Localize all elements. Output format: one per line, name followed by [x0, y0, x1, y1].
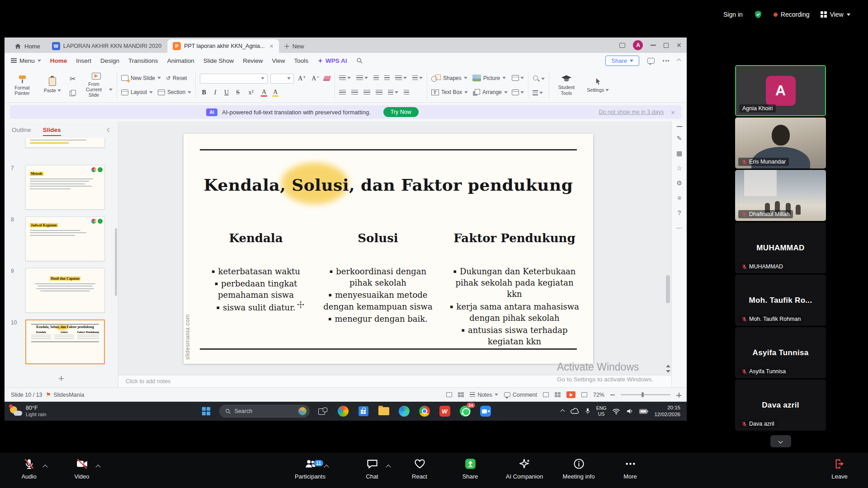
store-app-button[interactable]: [356, 404, 371, 418]
chrome-button[interactable]: [417, 404, 432, 418]
align-center-button[interactable]: [351, 90, 358, 95]
slide-8-thumbnail[interactable]: Jadwal Kegiatan: [25, 216, 105, 261]
zoom-slider[interactable]: [621, 394, 670, 395]
close-window-icon[interactable]: ×: [676, 41, 681, 49]
close-tab-icon[interactable]: ×: [269, 43, 273, 49]
increase-indent-button[interactable]: [384, 75, 390, 80]
font-size-select[interactable]: [270, 74, 294, 84]
volume-icon[interactable]: [626, 408, 633, 414]
participant-tile-dhafiratul[interactable]: Dhafiratul Millah: [735, 170, 826, 221]
sign-in-button[interactable]: Sign in: [723, 11, 743, 18]
account-avatar[interactable]: A: [633, 40, 643, 50]
language-indicator[interactable]: ENG US: [596, 405, 607, 417]
slides-tab[interactable]: Slides: [43, 127, 61, 136]
participant-tile-eris[interactable]: Eris Munandar: [735, 117, 826, 169]
encryption-shield-button[interactable]: [754, 10, 763, 19]
minimize-icon[interactable]: [651, 45, 656, 46]
layout-tool-icon[interactable]: ▦: [676, 150, 682, 157]
text-box-button[interactable]: Text Box: [431, 89, 468, 95]
wps-ai-button[interactable]: WPS AI: [317, 57, 347, 64]
decrease-indent-button[interactable]: [373, 75, 379, 80]
fullscreen-icon[interactable]: [581, 392, 587, 397]
participant-tile-agnia[interactable]: A Agnia Khoiri: [735, 65, 826, 116]
onedrive-cloud-icon[interactable]: [570, 408, 579, 414]
underline-button[interactable]: U: [222, 89, 231, 96]
weather-widget[interactable]: 80°F Light rain: [5, 405, 46, 417]
decrease-font-button[interactable]: A⁻: [310, 75, 321, 82]
slide-canvas[interactable]: Kendala, Solusi, dan Faktor pendukung Ke…: [118, 122, 671, 375]
tab-animation[interactable]: Animation: [167, 57, 194, 64]
audio-button[interactable]: Audio: [7, 458, 51, 480]
zoom-slider-handle[interactable]: [642, 392, 644, 397]
collapse-ribbon-icon[interactable]: [677, 58, 681, 63]
presenter-view-icon[interactable]: [446, 392, 452, 397]
notes-toggle-button[interactable]: Notes: [470, 392, 498, 398]
clear-format-button[interactable]: [324, 76, 330, 81]
tab-slide-show[interactable]: Slide Show: [203, 57, 234, 64]
wps-home-tab[interactable]: Home: [8, 39, 47, 53]
tab-tools[interactable]: Tools: [294, 57, 309, 64]
help-tool-icon[interactable]: ?: [678, 209, 681, 216]
line-spacing-button[interactable]: [395, 75, 407, 80]
more-button[interactable]: More: [609, 458, 652, 480]
task-view-button[interactable]: [316, 404, 330, 418]
photos-app-button[interactable]: [336, 404, 350, 418]
try-now-button[interactable]: Try Now: [383, 107, 419, 117]
select-button[interactable]: [533, 90, 545, 95]
panel-scrollbar[interactable]: [115, 228, 117, 296]
font-family-select[interactable]: [200, 74, 268, 84]
comment-icon[interactable]: [647, 58, 655, 64]
slide-sorter-icon[interactable]: [555, 392, 561, 397]
tab-insert[interactable]: Insert: [76, 57, 91, 64]
participants-options-caret[interactable]: [324, 465, 329, 469]
layout-button[interactable]: Layout: [121, 89, 153, 95]
more-options-icon[interactable]: [663, 60, 669, 61]
slideshow-play-button[interactable]: [566, 391, 576, 398]
settings-tool-icon[interactable]: ⚙: [676, 179, 682, 187]
search-icon[interactable]: [356, 57, 363, 64]
align-left-button[interactable]: [339, 90, 346, 95]
faktor-pendukung-column[interactable]: Faktor Pendukung ▪Dukungan dan Keterbuka…: [447, 231, 582, 348]
whatsapp-button[interactable]: 24: [458, 404, 472, 418]
new-slide-button[interactable]: New Slide: [121, 75, 161, 81]
clock-widget[interactable]: 20:15 12/02/2026: [654, 404, 680, 418]
microphone-tray-icon[interactable]: [585, 408, 590, 415]
slide-title[interactable]: Kendala, Solusi, dan Faktor pendukung: [184, 175, 593, 194]
tab-view[interactable]: View: [272, 57, 285, 64]
meeting-info-button[interactable]: Meeting info: [557, 458, 600, 480]
solusi-column[interactable]: Solusi ▪berkoordinasi dengan pihak sekol…: [318, 231, 438, 325]
participant-tile-asyifa[interactable]: Asyifa Tunnisa Asyifa Tunnisa: [735, 327, 826, 378]
battery-icon[interactable]: [639, 409, 648, 414]
participants-button[interactable]: 11 Participants: [288, 458, 332, 480]
share-screen-button[interactable]: Share: [448, 458, 492, 480]
numbering-button[interactable]: [356, 75, 368, 80]
template-brand[interactable]: ⚑ SlidesMania: [46, 391, 85, 398]
document-tab-ppt-active[interactable]: P PPT laporan akhir KKN_Agnia... ×: [167, 39, 279, 53]
layout-grid-icon[interactable]: [458, 392, 464, 397]
normal-view-icon[interactable]: [543, 392, 549, 397]
italic-button[interactable]: I: [211, 89, 219, 96]
participant-tile-dava[interactable]: Dava azril Dava azril: [735, 380, 826, 431]
bold-button[interactable]: B: [200, 89, 208, 96]
paste-button[interactable]: Paste: [39, 70, 66, 100]
cut-button[interactable]: ✂: [70, 75, 76, 83]
shapes-button[interactable]: Shapes: [431, 75, 467, 81]
edit-tool-icon[interactable]: ✎: [677, 135, 682, 142]
audio-options-caret[interactable]: [42, 465, 47, 469]
picture-button[interactable]: Picture: [472, 75, 506, 81]
video-options-caret[interactable]: [95, 465, 100, 469]
edge-button[interactable]: [397, 404, 411, 418]
tab-review[interactable]: Review: [243, 57, 263, 64]
maximize-icon[interactable]: [664, 43, 669, 48]
taskbar-search-box[interactable]: Search: [219, 405, 310, 418]
settings-button[interactable]: Settings: [584, 70, 613, 100]
insert-more-button[interactable]: [512, 75, 524, 81]
strikethrough-button[interactable]: S: [234, 89, 242, 96]
canvas-scrollbar[interactable]: [666, 275, 670, 303]
hide-rail-icon[interactable]: [677, 126, 682, 127]
wps-office-button[interactable]: W: [438, 404, 452, 418]
section-button[interactable]: Section: [158, 89, 191, 95]
justify-button[interactable]: [376, 90, 382, 95]
slide-10[interactable]: Kendala, Solusi, dan Faktor pendukung Ke…: [184, 134, 593, 364]
slide-6-thumbnail-partial[interactable]: [25, 138, 105, 148]
